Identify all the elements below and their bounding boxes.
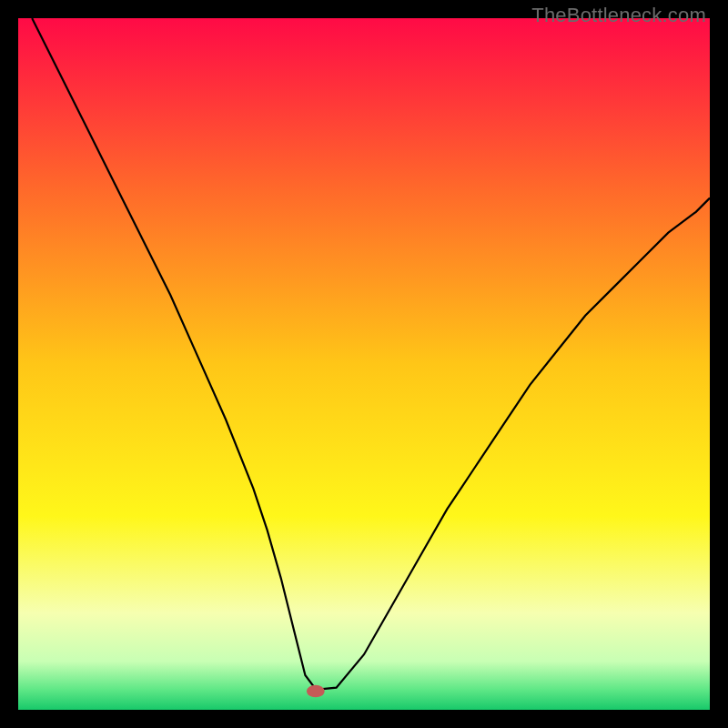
chart-frame: TheBottleneck.com (0, 0, 728, 728)
gradient-background (18, 18, 710, 710)
optimal-point-marker (307, 685, 325, 698)
plot-area (18, 18, 710, 710)
bottleneck-chart (18, 18, 710, 710)
watermark-text: TheBottleneck.com (531, 4, 706, 27)
